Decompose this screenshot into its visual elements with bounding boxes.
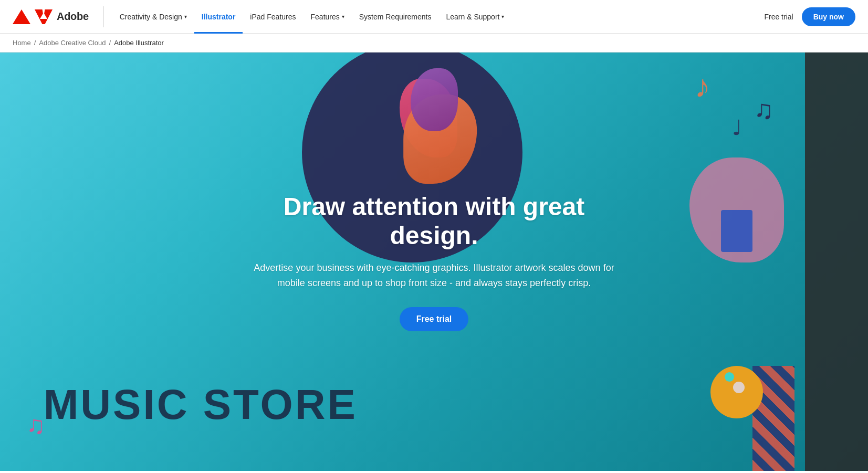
hero-subtitle: Advertise your business with eye-catchin…: [250, 260, 618, 291]
music-note-dark-1-icon: ♫: [754, 94, 774, 125]
pink-note-left-icon: ♫: [26, 411, 45, 439]
chevron-down-icon: ▾: [184, 14, 187, 19]
face-teal-dot: [725, 372, 734, 382]
face-white-dot: [733, 382, 745, 393]
chevron-down-icon-learn: ▾: [501, 14, 504, 19]
right-panel-shape: [805, 52, 868, 471]
hero-free-trial-button[interactable]: Free trial: [400, 307, 469, 331]
blue-rect-shape: [721, 210, 752, 252]
music-store-text: MUSIC STORE: [44, 381, 358, 429]
nav-free-trial-link[interactable]: Free trial: [760, 13, 797, 21]
breadcrumb-home[interactable]: Home: [13, 39, 31, 47]
nav-links: Creativity & Design ▾ Illustrator iPad F…: [112, 0, 760, 34]
hero-section: ♪ ♫ ♩ ♫ MUSIC STORE Draw attention with …: [0, 52, 868, 471]
nav-link-learn-support[interactable]: Learn & Support ▾: [438, 0, 511, 34]
nav-link-creativity-design[interactable]: Creativity & Design ▾: [112, 0, 194, 34]
nav-link-features[interactable]: Features ▾: [304, 0, 352, 34]
buy-now-button[interactable]: Buy now: [802, 7, 855, 26]
nav-bar: Adobe Creativity & Design ▾ Illustrator …: [0, 0, 868, 34]
music-note-orange-icon: ♪: [695, 68, 710, 104]
hero-content: Draw attention with great design. Advert…: [250, 192, 618, 332]
music-note-dark-2-icon: ♩: [732, 115, 742, 140]
breadcrumb-sep-1: /: [34, 39, 36, 47]
nav-link-system-requirements[interactable]: System Requirements: [352, 0, 439, 34]
breadcrumb: Home / Adobe Creative Cloud / Adobe Illu…: [0, 34, 868, 52]
breadcrumb-current: Adobe Illustrator: [114, 39, 164, 47]
chevron-down-icon-features: ▾: [342, 14, 344, 19]
breadcrumb-sep-2: /: [109, 39, 111, 47]
nav-logo[interactable]: Adobe: [13, 9, 89, 24]
nav-link-ipad-features[interactable]: iPad Features: [243, 0, 303, 34]
adobe-a-icon: [35, 9, 53, 24]
hero-title: Draw attention with great design.: [250, 192, 618, 250]
nav-link-illustrator[interactable]: Illustrator: [194, 0, 243, 34]
adobe-wordmark: Adobe: [57, 10, 89, 23]
adobe-logo-icon: [13, 9, 30, 24]
nav-logo-divider: [103, 6, 104, 27]
nav-actions: Free trial Buy now: [760, 7, 855, 26]
breadcrumb-creative-cloud[interactable]: Adobe Creative Cloud: [39, 39, 106, 47]
